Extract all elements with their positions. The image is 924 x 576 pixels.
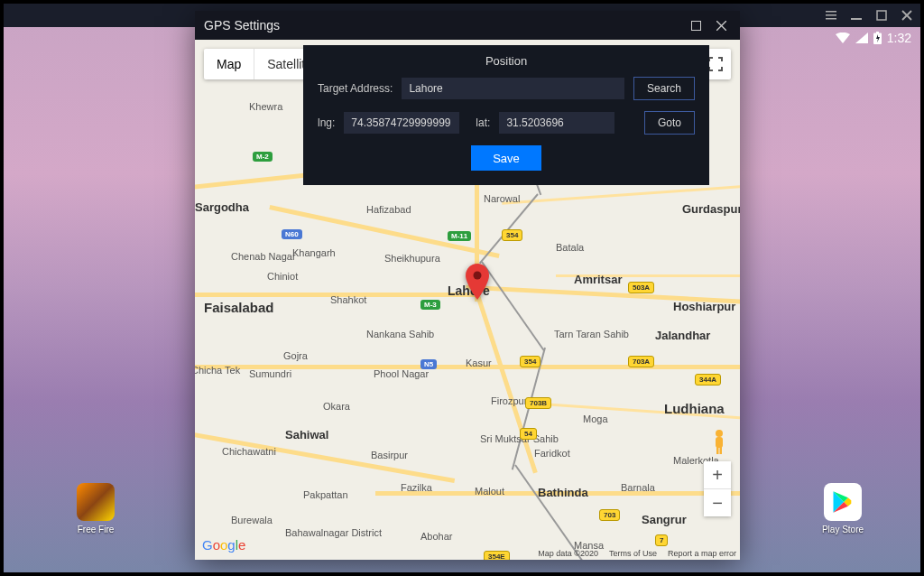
svg-rect-0 <box>826 11 836 13</box>
city-label: Sahiwal <box>285 428 328 441</box>
city-label: Moga <box>583 413 608 424</box>
dialog-title: GPS Settings <box>204 18 280 33</box>
svg-point-9 <box>716 430 723 437</box>
city-label: Malout <box>475 486 504 497</box>
lat-label: lat: <box>476 116 490 129</box>
city-label: Sangrur <box>642 513 687 526</box>
zoom-in-button[interactable]: + <box>704 461 731 488</box>
city-label: Sheikhupura <box>384 253 440 264</box>
svg-rect-12 <box>720 447 723 454</box>
save-button[interactable]: Save <box>471 145 541 171</box>
road-shield: 503A <box>628 282 654 293</box>
city-label: Gurdaspur <box>682 202 740 216</box>
road-shield: 354 <box>502 229 522 241</box>
svg-rect-10 <box>716 437 723 448</box>
goto-button[interactable]: Goto <box>644 111 695 135</box>
city-label: Fazilka <box>401 482 432 493</box>
report-error-link[interactable]: Report a map error <box>668 549 736 558</box>
desktop-icon-label: Play Store <box>816 525 870 534</box>
city-label: Jalandhar <box>655 329 710 342</box>
city-label: Firozpur <box>491 395 527 406</box>
road-shield: 54 <box>520 428 537 440</box>
city-label: Gojra <box>283 350 308 361</box>
road-shield: 354 <box>520 356 541 367</box>
terms-link[interactable]: Terms of Use <box>609 549 657 558</box>
maximize-icon[interactable] <box>875 9 888 22</box>
desktop-icon-label: Free Fire <box>69 525 123 534</box>
svg-rect-3 <box>851 18 862 20</box>
minimize-icon[interactable] <box>850 9 863 22</box>
clock: 1:32 <box>887 31 911 45</box>
city-label: Batala <box>556 242 584 253</box>
target-address-input[interactable] <box>402 78 624 99</box>
road-shield: N60 <box>282 229 302 239</box>
city-label: Faisalabad <box>204 300 274 315</box>
city-label: Sargodha <box>195 200 249 214</box>
svg-rect-4 <box>877 11 886 20</box>
map-tab-map[interactable]: Map <box>204 49 254 79</box>
search-button[interactable]: Search <box>633 77 695 100</box>
position-title: Position <box>318 54 695 68</box>
city-label: Chenab Nagar <box>231 251 296 262</box>
city-label: Okara <box>323 401 350 412</box>
city-label: Faridkot <box>534 448 570 459</box>
zoom-control: + − <box>704 461 731 516</box>
city-label: Shahkot <box>330 294 366 305</box>
road-shield: 703A <box>628 356 654 367</box>
gps-settings-dialog: GPS Settings <box>195 11 740 560</box>
dialog-close-icon[interactable] <box>711 15 731 35</box>
svg-point-8 <box>474 272 482 280</box>
road-shield: 354E <box>484 551 510 560</box>
road-shield: M-2 <box>253 152 273 162</box>
wifi-icon <box>836 33 850 43</box>
city-label: Khangarh <box>292 247 336 258</box>
position-panel: Position Target Address: Search lng: lat… <box>303 45 709 185</box>
menu-icon[interactable] <box>825 9 837 22</box>
city-label: Chicha Tek <box>195 365 240 376</box>
playstore-icon <box>824 483 862 521</box>
city-label: Chichawatni <box>222 446 276 457</box>
road-shield: 703 <box>599 509 620 521</box>
svg-rect-1 <box>826 14 836 16</box>
road-shield: N5 <box>420 359 437 369</box>
lng-input[interactable] <box>344 112 459 134</box>
dialog-maximize-icon[interactable] <box>686 15 706 35</box>
google-logo: Google <box>202 537 245 553</box>
freefire-icon <box>77 483 115 521</box>
svg-rect-11 <box>716 447 719 454</box>
city-label: Ludhiana <box>664 401 725 416</box>
zoom-out-button[interactable]: − <box>704 489 731 516</box>
lat-input[interactable] <box>499 112 614 134</box>
city-label: Khewra <box>249 101 282 112</box>
city-label: Chiniot <box>267 271 298 282</box>
city-label: Burewala <box>231 515 273 525</box>
city-label: Basirpur <box>371 450 408 460</box>
city-label: Barnala <box>621 482 655 493</box>
map-footer: Map data ©2020 Terms of Use Report a map… <box>538 549 736 558</box>
emulator-desktop: 1:32 Free Fire Play Store GPS Settings <box>4 4 920 572</box>
desktop-icon-playstore[interactable]: Play Store <box>816 483 870 534</box>
city-label: Hafizabad <box>366 204 411 215</box>
svg-rect-2 <box>826 18 836 20</box>
signal-icon <box>855 33 868 43</box>
road-shield: 703B <box>525 397 551 409</box>
map-area[interactable]: Katra Khewra Narowal Gurdaspur Sargodha … <box>195 40 740 560</box>
battery-icon <box>873 32 882 44</box>
pegman-icon[interactable] <box>707 428 731 455</box>
target-address-label: Target Address: <box>318 82 393 95</box>
city-label: Bahawalnagar District <box>285 527 382 538</box>
city-label: Amritsar <box>574 273 622 286</box>
city-label: Abohar <box>420 531 452 542</box>
city-label: Phool Nagar <box>374 368 429 379</box>
map-pin-icon[interactable] <box>466 264 489 300</box>
desktop-icon-freefire[interactable]: Free Fire <box>69 483 123 534</box>
close-icon[interactable] <box>901 9 913 22</box>
city-label: Bathinda <box>538 486 588 499</box>
road-shield: M-3 <box>420 300 440 310</box>
city-label: Pakpattan <box>303 489 348 500</box>
road-shield: M-11 <box>448 231 471 241</box>
city-label: Hoshiarpur <box>673 300 735 313</box>
map-data-label: Map data ©2020 <box>538 549 598 558</box>
city-label: Nankana Sahib <box>366 329 434 339</box>
city-label: Kasur <box>466 358 492 368</box>
